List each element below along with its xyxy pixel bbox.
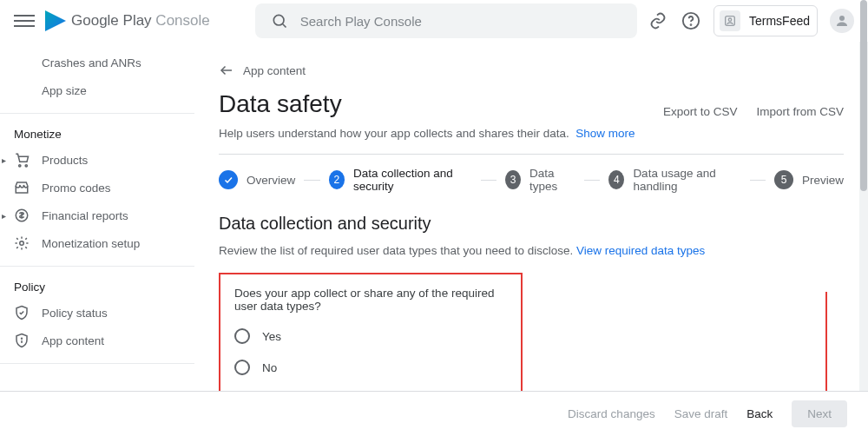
- link-icon[interactable]: [648, 10, 668, 31]
- caret-icon: ▸: [2, 211, 6, 221]
- step-label: Preview: [802, 174, 844, 187]
- step-connector: [750, 180, 766, 181]
- breadcrumb-label: App content: [243, 64, 306, 77]
- sidebar-divider: [0, 266, 194, 267]
- show-more-link[interactable]: Show more: [575, 127, 635, 140]
- account-switcher[interactable]: TermsFeed: [713, 5, 818, 36]
- step-overview[interactable]: Overview: [219, 170, 295, 189]
- discard-changes-button[interactable]: Discard changes: [568, 407, 655, 420]
- sidebar-item-label: Monetization setup: [42, 237, 140, 250]
- cart-icon: [14, 152, 30, 168]
- import-csv-button[interactable]: Import from CSV: [756, 105, 844, 118]
- sidebar-item-label: Policy status: [42, 307, 108, 320]
- sidebar-divider: [0, 113, 194, 114]
- radio-option-no[interactable]: No: [234, 360, 507, 375]
- caret-icon: ▸: [2, 155, 6, 165]
- radio-label: Yes: [262, 330, 281, 343]
- sidebar-item-policy-status[interactable]: Policy status: [0, 299, 194, 327]
- step-label: Data types: [529, 167, 575, 193]
- step-label: Data usage and handling: [633, 167, 740, 193]
- stepper: Overview 2 Data collection and security …: [219, 167, 844, 193]
- next-button[interactable]: Next: [792, 400, 847, 427]
- help-icon[interactable]: [681, 10, 701, 31]
- question-highlight-box: Does your app collect or share any of th…: [219, 273, 523, 391]
- gear-icon: [14, 235, 30, 251]
- sidebar: Crashes and ANRs App size Monetize ▸ Pro…: [0, 42, 194, 391]
- step-badge-check-icon: [219, 170, 238, 189]
- step-connector: [481, 180, 496, 181]
- footer-actions: Discard changes Save draft Back Next: [0, 391, 868, 436]
- shield-info-icon: [14, 333, 30, 348]
- step-connector: [304, 180, 319, 181]
- sidebar-item-label: App content: [42, 334, 104, 347]
- step-data-collection[interactable]: 2 Data collection and security: [329, 167, 472, 193]
- search-icon: [269, 10, 290, 31]
- sidebar-item-label: Promo codes: [42, 182, 111, 195]
- sidebar-item-label: Products: [42, 154, 88, 167]
- app-icon: [720, 10, 740, 31]
- product-name: Google Play Console: [71, 12, 210, 30]
- top-bar: Google Play Console TermsFeed: [0, 0, 868, 42]
- breadcrumb-back[interactable]: App content: [219, 63, 844, 78]
- step-label: Overview: [247, 174, 295, 187]
- sidebar-item-financial-reports[interactable]: ▸ Financial reports: [0, 201, 194, 229]
- account-name: TermsFeed: [749, 14, 810, 28]
- back-button[interactable]: Back: [746, 407, 773, 420]
- arrow-left-icon: [219, 63, 234, 78]
- svg-point-3: [691, 24, 692, 25]
- sidebar-item-monetization-setup[interactable]: Monetization setup: [0, 229, 194, 257]
- step-connector: [584, 180, 600, 181]
- svg-line-1: [282, 24, 286, 28]
- storefront-icon: [14, 180, 30, 195]
- sidebar-item-app-size[interactable]: App size: [0, 76, 194, 104]
- scrollbar-thumb[interactable]: [860, 0, 867, 191]
- sidebar-item-promo-codes[interactable]: Promo codes: [0, 174, 194, 201]
- svg-point-5: [728, 18, 731, 21]
- radio-option-yes[interactable]: Yes: [234, 328, 507, 344]
- annotation-arrow: [818, 292, 835, 391]
- search-input[interactable]: [300, 14, 623, 29]
- radio-icon: [234, 360, 250, 375]
- svg-point-6: [839, 16, 845, 21]
- divider: [219, 154, 844, 155]
- page-subtitle: Help users understand how your app colle…: [219, 127, 844, 140]
- svg-point-8: [25, 165, 27, 167]
- question-prompt: Does your app collect or share any of th…: [234, 287, 507, 313]
- menu-button[interactable]: [14, 10, 35, 31]
- section-description: Review the list of required user data ty…: [219, 244, 844, 257]
- step-data-types[interactable]: 3 Data types: [505, 167, 575, 193]
- svg-point-7: [19, 165, 21, 167]
- step-data-usage[interactable]: 4 Data usage and handling: [608, 167, 740, 193]
- view-required-data-types-link[interactable]: View required data types: [576, 244, 705, 257]
- radio-label: No: [262, 361, 277, 374]
- profile-avatar[interactable]: [830, 9, 854, 33]
- step-label: Data collection and security: [353, 167, 472, 193]
- dollar-icon: [14, 208, 30, 223]
- sidebar-item-app-content[interactable]: App content: [0, 327, 194, 354]
- sidebar-heading-policy: Policy: [0, 275, 194, 299]
- section-title: Data collection and security: [219, 214, 844, 234]
- save-draft-button[interactable]: Save draft: [674, 407, 728, 420]
- sidebar-heading-monetize: Monetize: [0, 122, 194, 146]
- sidebar-item-crashes[interactable]: Crashes and ANRs: [0, 49, 194, 76]
- sidebar-item-products[interactable]: ▸ Products: [0, 146, 194, 174]
- play-logo-icon: [45, 10, 66, 31]
- export-csv-button[interactable]: Export to CSV: [663, 105, 738, 118]
- svg-point-10: [20, 241, 24, 246]
- step-badge: 2: [329, 170, 345, 189]
- step-preview[interactable]: 5 Preview: [774, 170, 844, 189]
- sidebar-divider: [0, 363, 194, 364]
- product-logo[interactable]: Google Play Console: [45, 10, 210, 31]
- main-content: App content Data safety Export to CSV Im…: [194, 42, 868, 391]
- sidebar-item-label: Financial reports: [42, 209, 128, 222]
- step-badge: 4: [608, 170, 624, 189]
- svg-point-11: [22, 338, 23, 339]
- step-badge: 3: [505, 170, 521, 189]
- shield-check-icon: [14, 305, 30, 320]
- search-box[interactable]: [255, 3, 637, 38]
- svg-point-0: [273, 15, 284, 25]
- page-title: Data safety: [219, 90, 342, 118]
- step-badge: 5: [774, 170, 793, 189]
- radio-icon: [234, 328, 250, 344]
